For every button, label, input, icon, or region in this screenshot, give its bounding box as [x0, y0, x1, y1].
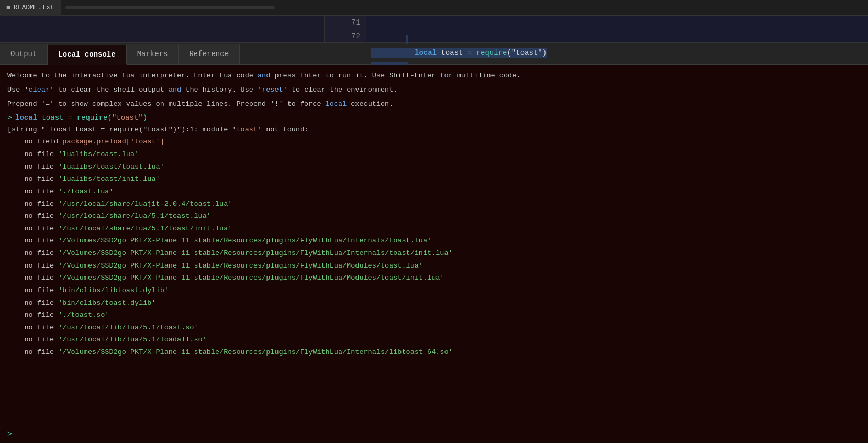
- error-line-16: no file '/usr/local/lib/lua/5.1/toast.so…: [7, 322, 861, 334]
- error-line-6: no file '/usr/local/share/luajit-2.0.4/t…: [7, 198, 861, 211]
- tab-output[interactable]: Output: [0, 44, 48, 64]
- tab-local-console-label: Local console: [58, 50, 115, 59]
- prompt-chevron: >: [7, 114, 12, 123]
- top-bar: ■ README.txt: [0, 0, 868, 16]
- editor-section: 71 72 local toast = require("toast"): [0, 16, 868, 43]
- bottom-prompt-chevron: >: [7, 430, 12, 439]
- error-line-9: no file '/Volumes/SSD2go PKT/X-Plane 11 …: [7, 235, 861, 247]
- line-num-72: 72: [325, 29, 360, 43]
- file-icon: ■: [6, 4, 10, 12]
- editor-code[interactable]: local toast = require("toast"): [366, 16, 868, 42]
- info-line-2: Use 'clear' to clear the shell output an…: [7, 84, 861, 96]
- error-line-18: no file '/Volumes/SSD2go PKT/X-Plane 11 …: [7, 346, 861, 359]
- error-line-15: no file './toast.so': [7, 309, 861, 322]
- tab-reference-label: Reference: [189, 50, 229, 58]
- error-line-7: no file '/usr/local/share/lua/5.1/toast.…: [7, 210, 861, 223]
- error-line-11: no file '/Volumes/SSD2go PKT/X-Plane 11 …: [7, 260, 861, 272]
- error-line-4: no file 'lualibs/toast/init.lua': [7, 173, 861, 185]
- bottom-prompt[interactable]: >: [7, 430, 12, 439]
- error-line-3: no file 'lualibs/toast/toast.lua': [7, 161, 861, 173]
- tab-local-console[interactable]: Local console: [48, 45, 126, 65]
- tab-markers[interactable]: Markers: [127, 44, 179, 64]
- file-tab-label: README.txt: [14, 4, 54, 12]
- prompt-line: > local toast = require("toast"): [7, 114, 861, 123]
- error-line-17: no file '/usr/local/lib/lua/5.1/loadall.…: [7, 334, 861, 346]
- scrollbar[interactable]: [65, 6, 275, 9]
- line-num-71: 71: [325, 16, 360, 29]
- error-header: [string " local toast = require("toast")…: [7, 124, 861, 136]
- tab-reference[interactable]: Reference: [179, 44, 240, 64]
- info-line-3: Prepend '=' to show complex values on mu…: [7, 98, 861, 110]
- tab-output-label: Output: [10, 50, 37, 58]
- error-block: [string " local toast = require("toast")…: [7, 124, 861, 359]
- tab-markers-label: Markers: [137, 50, 168, 58]
- error-line-1: no field package.preload['toast']: [7, 136, 861, 148]
- error-line-5: no file './toast.lua': [7, 185, 861, 198]
- error-line-2: no file 'lualibs/toast.lua': [7, 148, 861, 161]
- line-numbers: 71 72: [325, 16, 366, 42]
- readme-tab[interactable]: ■ README.txt: [0, 0, 61, 16]
- prompt-code: local toast = require("toast"): [15, 114, 147, 122]
- error-line-14: no file 'bin/clibs/toast.dylib': [7, 297, 861, 309]
- error-line-8: no file '/usr/local/share/lua/5.1/toast/…: [7, 223, 861, 235]
- error-line-12: no file '/Volumes/SSD2go PKT/X-Plane 11 …: [7, 272, 861, 284]
- error-line-13: no file 'bin/clibs/libtoast.dylib': [7, 284, 861, 297]
- console-area: Welcome to the interactive Lua interpret…: [0, 65, 868, 443]
- info-line-1: Welcome to the interactive Lua interpret…: [7, 70, 861, 82]
- error-line-10: no file '/Volumes/SSD2go PKT/X-Plane 11 …: [7, 247, 861, 260]
